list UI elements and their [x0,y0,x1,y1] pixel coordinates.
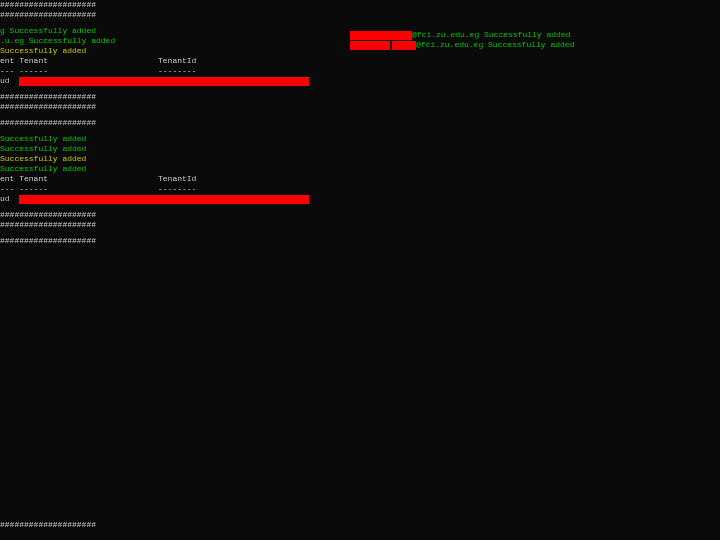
col-sep: -------- [158,66,196,76]
right-column: @fci.zu.edu.eg Successfully added @fci.z… [350,30,574,50]
separator-line: #################### [0,92,720,102]
output-line: @fci.zu.edu.eg Successfully added [350,40,574,50]
status-text: Successfully added [0,164,86,174]
redacted-value [350,31,412,40]
redacted-value [392,41,416,50]
status-text: Successfully added [0,154,86,164]
status-text: .u.eg Successfully added [0,36,115,46]
separator-line: #################### [0,520,96,530]
col-sep: --- ------ [0,184,158,194]
col-tenantid: TenantId [158,174,196,184]
separator-line: #################### [0,118,720,128]
separator-line: #################### [0,220,720,230]
separator-line: #################### [0,210,720,220]
status-text: Successfully added [0,144,86,154]
row-prefix: ud [0,194,19,204]
table-header: ent Tenant TenantId [0,56,720,66]
table-row: ud [0,194,720,204]
table-row: ud [0,76,720,86]
status-text: g Successfully added [0,26,96,36]
redacted-value [19,195,309,204]
table-header-sep: --- ------ -------- [0,66,720,76]
output-line: Successfully added [0,154,720,164]
separator-line: #################### [0,102,720,112]
terminal-window[interactable]: #################### ###################… [0,0,720,540]
output-line: Successfully added [0,164,720,174]
row-prefix: ud [0,76,19,86]
table-header: ent Tenant TenantId [0,174,720,184]
status-text: @fci.zu.edu.eg Successfully added [412,30,570,40]
output-line: Successfully added [0,144,720,154]
status-text: Successfully added [0,134,86,144]
redacted-value [19,77,309,86]
output-line: @fci.zu.edu.eg Successfully added [350,30,574,40]
separator-line: #################### [0,236,720,246]
status-text: @fci.zu.edu.eg Successfully added [416,40,574,50]
col-tenant: ent Tenant [0,174,158,184]
separator-line: #################### [0,0,720,10]
status-text: Successfully added [0,46,86,56]
col-sep: --- ------ [0,66,158,76]
col-tenantid: TenantId [158,56,196,66]
separator-line: #################### [0,10,720,20]
output-line: Successfully added [0,134,720,144]
col-sep: -------- [158,184,196,194]
redacted-value [350,41,390,50]
col-tenant: ent Tenant [0,56,158,66]
table-header-sep: --- ------ -------- [0,184,720,194]
